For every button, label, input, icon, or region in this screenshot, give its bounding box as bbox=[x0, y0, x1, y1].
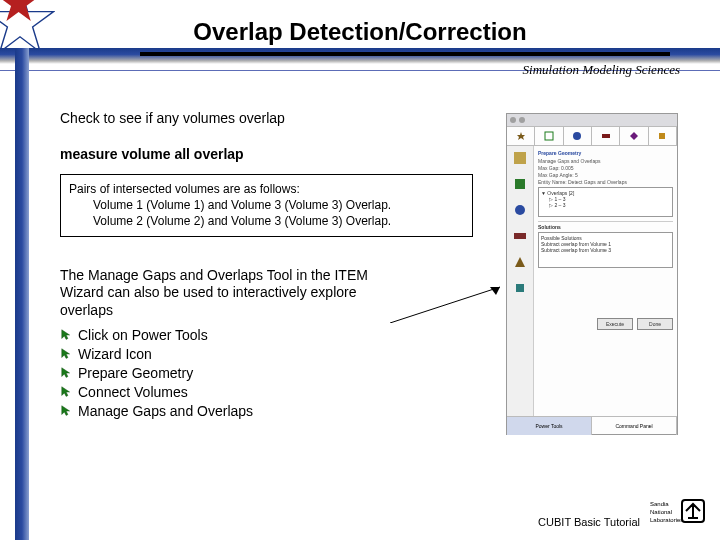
window-titlebar bbox=[507, 114, 677, 127]
title-underline bbox=[140, 52, 670, 56]
bullet-item: Prepare Geometry bbox=[60, 365, 480, 381]
bullet-label: Prepare Geometry bbox=[78, 365, 193, 381]
svg-point-6 bbox=[573, 132, 581, 140]
side-icon bbox=[512, 176, 528, 192]
footer-tab-command-panel[interactable]: Command Panel bbox=[592, 417, 677, 435]
result-header: Pairs of intersected volumes are as foll… bbox=[69, 181, 464, 197]
tree-box: ▼ Overlaps [2] ▷ 1 – 3 ▷ 2 – 3 bbox=[538, 187, 673, 217]
result-line-1: Volume 1 (Volume 1) and Volume 3 (Volume… bbox=[69, 197, 464, 213]
svg-rect-12 bbox=[514, 233, 526, 239]
bullet-item: Wizard Icon bbox=[60, 346, 480, 362]
svg-rect-9 bbox=[514, 152, 526, 164]
top-tab-row bbox=[507, 127, 677, 146]
slide-title: Overlap Detection/Correction bbox=[0, 18, 720, 46]
svg-rect-5 bbox=[545, 132, 553, 140]
tab-icon-3 bbox=[564, 127, 592, 145]
screenshot-main-panel: Prepare Geometry Manage Gaps and Overlap… bbox=[534, 146, 677, 416]
svg-marker-3 bbox=[490, 287, 500, 295]
cursor-icon bbox=[60, 366, 74, 380]
button-row: Execute Done bbox=[538, 318, 673, 330]
svg-rect-8 bbox=[659, 133, 665, 139]
bullet-label: Wizard Icon bbox=[78, 346, 152, 362]
result-box: Pairs of intersected volumes are as foll… bbox=[60, 174, 473, 237]
svg-point-11 bbox=[515, 205, 525, 215]
tab-icon-6 bbox=[649, 127, 677, 145]
callout-arrow bbox=[390, 283, 510, 323]
tool-screenshot: Prepare Geometry Manage Gaps and Overlap… bbox=[506, 113, 678, 435]
execute-button[interactable]: Execute bbox=[597, 318, 633, 330]
svg-rect-13 bbox=[516, 284, 524, 292]
bullet-label: Manage Gaps and Overlaps bbox=[78, 403, 253, 419]
side-icon bbox=[512, 228, 528, 244]
footer-text: CUBIT Basic Tutorial bbox=[538, 516, 640, 528]
cursor-icon bbox=[60, 347, 74, 361]
field-line: Entity Name: Detect Gaps and Overlaps bbox=[538, 179, 673, 185]
bullet-label: Click on Power Tools bbox=[78, 327, 208, 343]
panel-heading: Prepare Geometry bbox=[538, 150, 673, 156]
done-button[interactable]: Done bbox=[637, 318, 673, 330]
solutions-section: Solutions Possible Solutions Subtract ov… bbox=[538, 221, 673, 268]
tab-icon-2 bbox=[535, 127, 563, 145]
svg-marker-4 bbox=[517, 132, 525, 140]
bullet-item: Connect Volumes bbox=[60, 384, 480, 400]
svg-line-2 bbox=[390, 287, 500, 323]
tree-child: ▷ 2 – 3 bbox=[541, 202, 670, 208]
solution-line: Subtract overlap from Volume 3 bbox=[541, 247, 670, 253]
subtitle: Simulation Modeling Sciences bbox=[523, 62, 680, 78]
cursor-icon bbox=[60, 404, 74, 418]
side-icon bbox=[512, 254, 528, 270]
bullet-item: Manage Gaps and Overlaps bbox=[60, 403, 480, 419]
sandia-logo: Sandia National Laboratories bbox=[650, 496, 708, 534]
main-content: Check to see if any volumes overlap meas… bbox=[60, 110, 480, 422]
result-line-2: Volume 2 (Volume 2) and Volume 3 (Volume… bbox=[69, 213, 464, 229]
svg-text:Laboratories: Laboratories bbox=[650, 517, 683, 523]
bullet-label: Connect Volumes bbox=[78, 384, 188, 400]
side-icon-column bbox=[507, 146, 534, 416]
tab-icon-1 bbox=[507, 127, 535, 145]
svg-rect-10 bbox=[515, 179, 525, 189]
field-line: Max Gap Angle: 5 bbox=[538, 172, 673, 178]
solutions-box: Possible Solutions Subtract overlap from… bbox=[538, 232, 673, 268]
bottom-tab-row: Power Tools Command Panel bbox=[507, 416, 677, 435]
field-line: Manage Gaps and Overlaps bbox=[538, 158, 673, 164]
side-icon bbox=[512, 150, 528, 166]
tab-icon-5 bbox=[620, 127, 648, 145]
svg-text:National: National bbox=[650, 509, 672, 515]
side-icon bbox=[512, 280, 528, 296]
bullet-item: Click on Power Tools bbox=[60, 327, 480, 343]
vertical-accent-bar bbox=[15, 48, 29, 540]
svg-rect-7 bbox=[602, 134, 610, 138]
lead-text: Check to see if any volumes overlap bbox=[60, 110, 480, 126]
side-icon bbox=[512, 202, 528, 218]
command-text: measure volume all overlap bbox=[60, 146, 480, 162]
tab-icon-4 bbox=[592, 127, 620, 145]
paragraph: The Manage Gaps and Overlaps Tool in the… bbox=[60, 267, 390, 320]
cursor-icon bbox=[60, 385, 74, 399]
field-line: Max Gap: 0.005 bbox=[538, 165, 673, 171]
solutions-label: Solutions bbox=[538, 224, 673, 230]
bullet-list: Click on Power Tools Wizard Icon Prepare… bbox=[60, 327, 480, 419]
footer-tab-power-tools[interactable]: Power Tools bbox=[507, 417, 592, 435]
svg-text:Sandia: Sandia bbox=[650, 501, 669, 507]
cursor-icon bbox=[60, 328, 74, 342]
